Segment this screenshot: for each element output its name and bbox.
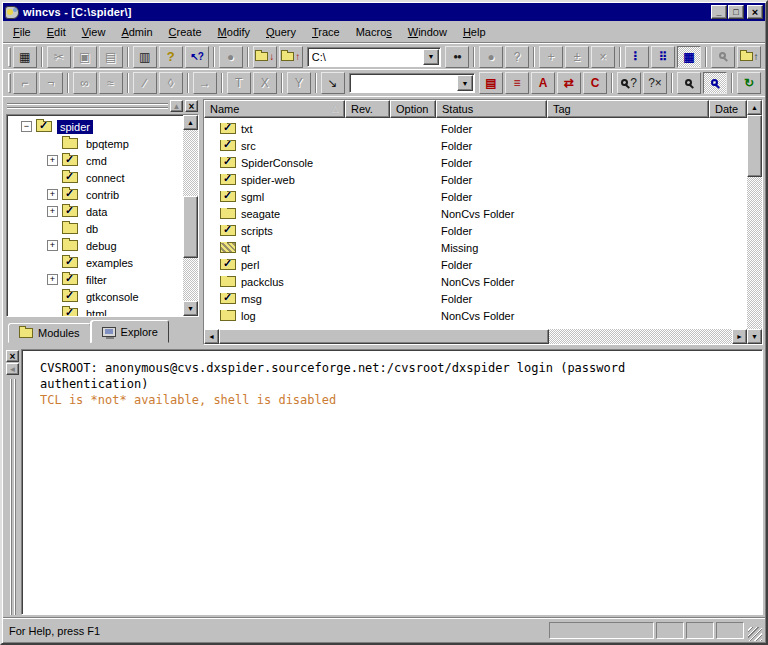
column-header-option[interactable]: Option xyxy=(390,100,436,118)
menu-query[interactable]: Query xyxy=(258,23,304,41)
paste-button[interactable]: ▤ xyxy=(99,46,123,68)
tree-item[interactable]: ✓connect xyxy=(7,169,183,186)
diff-query-button[interactable]: ⇄ xyxy=(557,72,581,94)
tree-item[interactable]: ✓examples xyxy=(7,254,183,271)
column-header-date[interactable]: Date xyxy=(709,100,747,118)
menu-help[interactable]: Help xyxy=(455,23,494,41)
help-button[interactable]: ? xyxy=(159,46,183,68)
collapse-console-icon[interactable]: ◄ xyxy=(6,363,19,375)
tab-explore[interactable]: Explore xyxy=(91,320,169,343)
tree-expander[interactable] xyxy=(21,121,32,132)
browse-location-button[interactable]: ↓ xyxy=(253,46,277,68)
search-selection-button[interactable] xyxy=(703,72,727,94)
logout-button[interactable]: ¬ xyxy=(39,72,63,94)
view-flat-button[interactable]: ⠿ xyxy=(651,46,675,68)
list-row[interactable]: ✓srcFolder xyxy=(204,137,747,154)
column-header-name[interactable]: Name△ xyxy=(204,100,345,118)
chevron-down-icon[interactable]: ▼ xyxy=(457,75,473,91)
print-button[interactable]: ▥ xyxy=(133,46,157,68)
list-row[interactable]: ✓SpiderConsoleFolder xyxy=(204,154,747,171)
collapse-pane-icon[interactable]: ▲ xyxy=(170,100,183,112)
stop-button[interactable]: ● xyxy=(219,46,243,68)
parent-folder-button[interactable]: ↑ xyxy=(737,46,761,68)
edit-button[interactable]: ∕ xyxy=(133,72,157,94)
maximize-button[interactable]: □ xyxy=(728,5,744,19)
tree-expander[interactable] xyxy=(47,274,58,285)
menu-admin[interactable]: Admin xyxy=(113,23,160,41)
tree-item[interactable]: ✓contrib xyxy=(7,186,183,203)
menu-edit[interactable]: Edit xyxy=(39,23,74,41)
context-help-button[interactable]: ↖? xyxy=(185,46,209,68)
list-row[interactable]: ✓msgFolder xyxy=(204,290,747,307)
tree-expander[interactable] xyxy=(47,189,58,200)
menu-trace[interactable]: Trace xyxy=(304,23,348,41)
menu-view[interactable]: View xyxy=(74,23,114,41)
list-row[interactable]: ✓spider-webFolder xyxy=(204,171,747,188)
tree-expander[interactable] xyxy=(47,240,58,251)
tree-item[interactable]: ✓data xyxy=(7,203,183,220)
scroll-up-icon[interactable]: ▲ xyxy=(183,115,198,130)
scrollbar-thumb[interactable] xyxy=(747,115,762,177)
menu-modify[interactable]: Modify xyxy=(210,23,258,41)
list-row[interactable]: ✓txtFolder xyxy=(204,120,747,137)
list-row[interactable]: ✓sgmlFolder xyxy=(204,188,747,205)
scrollbar-thumb[interactable] xyxy=(183,196,198,258)
tree-vertical-scrollbar[interactable]: ▲ ▼ xyxy=(183,115,198,316)
close-pane-icon[interactable]: × xyxy=(185,100,198,112)
login-button[interactable]: ⌐ xyxy=(13,72,37,94)
cut-button[interactable]: ✂ xyxy=(47,46,71,68)
tab-modules[interactable]: Modules xyxy=(8,323,91,343)
tree-item[interactable]: ✓spider xyxy=(7,118,183,135)
stop-command-button[interactable]: ● xyxy=(479,46,503,68)
list-row[interactable]: ✓qtMissing xyxy=(204,239,747,256)
scroll-right-icon[interactable]: ► xyxy=(732,329,747,344)
tree-item[interactable]: ✓cmd xyxy=(7,152,183,169)
scroll-down-icon[interactable]: ▼ xyxy=(747,329,762,344)
list-vertical-scrollbar[interactable]: ▲ ▼ xyxy=(747,100,762,344)
list-row[interactable]: ✓scriptsFolder xyxy=(204,222,747,239)
modify-button[interactable]: ± xyxy=(565,46,589,68)
tree-item[interactable]: ✓html xyxy=(7,305,183,316)
view-tree-button[interactable]: ⠇ xyxy=(625,46,649,68)
search-log-button[interactable] xyxy=(677,72,701,94)
menu-macros[interactable]: Macros xyxy=(348,23,400,41)
column-header-tag[interactable]: Tag xyxy=(547,100,709,118)
pane-gripper[interactable]: ▲ × xyxy=(5,99,200,113)
release-button[interactable]: → xyxy=(193,72,217,94)
binary-mode-button[interactable]: X xyxy=(253,72,277,94)
list-horizontal-scrollbar[interactable]: ◄ ► xyxy=(204,329,747,344)
close-button[interactable]: × xyxy=(747,5,763,19)
filter-combobox[interactable]: ▼ xyxy=(349,73,475,93)
copy-button[interactable]: ▣ xyxy=(73,46,97,68)
scrollbar-thumb[interactable] xyxy=(219,329,549,344)
menu-window[interactable]: Window xyxy=(400,23,455,41)
unwatch-button[interactable]: ≈ xyxy=(99,72,123,94)
column-header-rev[interactable]: Rev. xyxy=(345,100,390,118)
filter-view-button[interactable] xyxy=(711,46,735,68)
tree-item[interactable]: ✓gtkconsole xyxy=(7,288,183,305)
gripper-lines[interactable] xyxy=(5,379,20,615)
tree-expander[interactable] xyxy=(47,206,58,217)
branch-button[interactable]: Y xyxy=(287,72,311,94)
refresh-button[interactable]: ↻ xyxy=(737,72,761,94)
commit-query-button[interactable]: C xyxy=(583,72,607,94)
tree-expander[interactable] xyxy=(47,155,58,166)
column-header-status[interactable]: Status xyxy=(436,100,547,118)
save-button[interactable]: ▦ xyxy=(13,46,37,68)
toolbar-gripper[interactable] xyxy=(8,47,11,67)
tree-item[interactable]: ✓db xyxy=(7,220,183,237)
chevron-down-icon[interactable]: ▼ xyxy=(423,49,439,65)
close-console-icon[interactable]: × xyxy=(6,350,19,362)
list-row[interactable]: ✓seagateNonCvs Folder xyxy=(204,205,747,222)
scroll-down-icon[interactable]: ▼ xyxy=(183,301,198,316)
delete-button[interactable]: × xyxy=(591,46,615,68)
redirect-output-button[interactable]: ↘ xyxy=(321,72,345,94)
browse-location-up-button[interactable]: ↑ xyxy=(279,46,303,68)
minimize-button[interactable]: _ xyxy=(711,5,727,19)
list-row[interactable]: ✓logNonCvs Folder xyxy=(204,307,747,324)
resize-grip[interactable] xyxy=(748,627,762,641)
text-mode-button[interactable]: T xyxy=(227,72,251,94)
list-row[interactable]: ✓packclusNonCvs Folder xyxy=(204,273,747,290)
unedit-button[interactable]: ◊ xyxy=(159,72,183,94)
path-combobox[interactable]: C:\ ▼ xyxy=(307,47,441,67)
